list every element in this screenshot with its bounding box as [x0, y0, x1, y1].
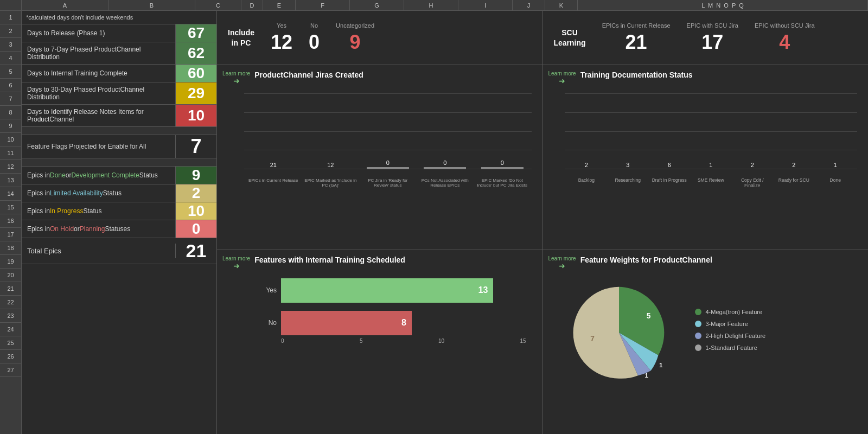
metric-label-days-release: Days to Release (Phase 1)	[22, 24, 176, 42]
yes-value: 12	[271, 31, 292, 54]
legend-item-delight: 2-High Delight Feature	[695, 333, 793, 339]
metric-row-30day: Days to 30-Day Phased ProductChannel Dis…	[22, 82, 216, 105]
metric-row-days-release: Days to Release (Phase 1) 67	[22, 24, 216, 42]
metric-row-epics-la: Epics in Limited Availability Status 2	[22, 184, 216, 202]
col-k-header: K	[545, 0, 578, 10]
training-doc-chart-title: Training Documentation Status	[580, 71, 693, 79]
metric-value-epics-inprogress: 10	[176, 202, 216, 220]
note-text: *calculated days don't include weekends	[22, 11, 216, 24]
epics-current-label: EPICs in Current Release	[602, 22, 671, 29]
training-bar-done: 1	[816, 162, 855, 169]
separator-1	[22, 127, 216, 135]
epic-no-scu-stat: EPIC without SCU Jira 4	[755, 22, 815, 54]
feature-weights-pie-section: 5 1 1 7 4-Mega(tron) Feature	[548, 273, 863, 387]
total-epics-row: Total Epics 21	[22, 238, 216, 264]
total-epics-value: 21	[176, 240, 216, 261]
metric-value-epics-onhold: 0	[176, 220, 216, 238]
epics-current-stat: EPICs in Current Release 21	[602, 22, 671, 54]
metric-label-epics-inprogress: Epics in In Progress Status	[22, 202, 176, 220]
legend-label-delight: 2-High Delight Feature	[706, 333, 766, 339]
separator-2	[22, 158, 216, 167]
training-bar-researching: 3	[609, 162, 647, 169]
epic-no-scu-value: 4	[755, 31, 815, 54]
left-charts-column: Learn more ➜ ProductChannel Jiras Create…	[217, 65, 543, 434]
col-e-header: E	[263, 0, 296, 10]
include-pc-section: Includein PC Yes 12 No 0 Uncategorized 9	[217, 11, 543, 65]
metric-row-epics-done: Epics in Done or Development Complete St…	[22, 167, 216, 184]
learn-more-text-3[interactable]: Learn more	[548, 71, 576, 76]
top-stats-row: Includein PC Yes 12 No 0 Uncategorized 9	[217, 11, 868, 65]
no-stat: No 0	[309, 22, 320, 54]
row-numbers: 1 2 3 4 5 6 7 8 9 10 11 12 13 14 15 16 1…	[0, 11, 22, 434]
x-label-3: PC Jira in 'Ready for Review' status	[361, 178, 414, 188]
epic-scu-stat: EPIC with SCU Jira 17	[687, 22, 738, 54]
internal-training-learn-more[interactable]: Learn more ➜	[222, 256, 250, 270]
metric-value-30day: 29	[176, 82, 216, 104]
right-charts-column: Learn more ➜ Training Documentation Stat…	[543, 65, 869, 434]
right-content: Includein PC Yes 12 No 0 Uncategorized 9	[217, 11, 868, 434]
epics-current-value: 21	[602, 31, 671, 54]
col-rest-header: L M N O P Q	[578, 0, 868, 10]
pc-bar-2: 12	[304, 162, 358, 169]
col-b-header: B	[108, 0, 195, 10]
pc-bar-3: 0	[361, 159, 414, 169]
uncategorized-stat: Uncategorized 9	[336, 22, 374, 54]
metric-value-internal: 60	[176, 65, 216, 82]
include-in-pc-label: Includein PC	[228, 28, 254, 47]
col-d-header: D	[241, 0, 263, 10]
metric-row-feature-flags: Feature Flags Projected for Enable for A…	[22, 135, 216, 158]
left-panel: *calculated days don't include weekends …	[22, 11, 217, 434]
x-label-4: PCs Not Associated with Release EPICs	[419, 178, 472, 188]
pie-label-1a: 1	[659, 361, 662, 368]
training-doc-chart-header: Learn more ➜ Training Documentation Stat…	[548, 71, 863, 85]
metric-row-release-notes: Days to Identify Release Notes Items for…	[22, 105, 216, 127]
pc-jiras-learn-more[interactable]: Learn more ➜	[222, 71, 250, 85]
pie-chart-svg: 5 1 1 7	[559, 278, 679, 381]
metric-value-7day: 62	[176, 42, 216, 64]
metric-value-epics-la: 2	[176, 184, 216, 202]
learn-more-text-4[interactable]: Learn more	[548, 256, 576, 261]
yes-bar-fill: 13	[281, 278, 493, 303]
no-bar-fill: 8	[281, 311, 412, 335]
pc-bar-3-label: 0	[386, 159, 390, 166]
epic-scu-label: EPIC with SCU Jira	[687, 22, 738, 29]
training-bar-chart-area: 2 3 6	[548, 88, 863, 188]
no-bar-value: 8	[401, 318, 406, 328]
training-bar-sme: 1	[692, 162, 730, 169]
feature-weights-learn-more[interactable]: Learn more ➜	[548, 256, 576, 270]
pc-bar-5-label: 0	[501, 159, 504, 166]
metric-row-epics-inprogress: Epics in In Progress Status 10	[22, 202, 216, 220]
legend-item-standard: 1-Standard Feature	[695, 344, 793, 351]
internal-training-chart-header: Learn more ➜ Features with Internal Trai…	[222, 256, 537, 270]
internal-training-chart-panel: Learn more ➜ Features with Internal Trai…	[217, 250, 542, 435]
training-bar-ready-scu: 2	[775, 162, 813, 169]
pie-chart-container: 5 1 1 7	[559, 278, 679, 381]
metric-label-epics-la: Epics in Limited Availability Status	[22, 184, 176, 202]
learn-more-arrow-2: ➜	[233, 261, 240, 270]
x-label-5: EPIC Marked 'Do Not Include' but PC Jira…	[476, 178, 529, 188]
metric-label-release-notes: Days to Identify Release Notes Items for…	[22, 105, 176, 126]
pc-jiras-chart-header: Learn more ➜ ProductChannel Jiras Create…	[222, 71, 537, 85]
pc-bar-4-fill	[424, 167, 466, 169]
metric-label-epics-done: Epics in Done or Development Complete St…	[22, 167, 176, 184]
training-x-labels: Backlog Researching Draft In Progress SM…	[565, 177, 858, 188]
scu-label: SCULearning	[554, 28, 586, 47]
no-bar-container: 8	[281, 311, 526, 335]
legend-dot-standard	[695, 344, 701, 351]
internal-training-chart-title: Features with Internal Training Schedule…	[254, 256, 405, 264]
scu-section: SCULearning EPICs in Current Release 21 …	[543, 11, 869, 65]
legend-dot-delight	[695, 333, 701, 339]
learn-more-text[interactable]: Learn more	[222, 71, 250, 76]
legend-dot-megatron	[695, 309, 701, 315]
metric-row-internal: Days to Internal Training Complete 60	[22, 65, 216, 82]
no-label: No	[309, 22, 320, 29]
pc-bar-5-fill	[481, 167, 524, 169]
feature-weights-chart-title: Feature Weights for ProductChannel	[580, 256, 712, 264]
training-bar-draft: 6	[650, 162, 689, 169]
metric-label-internal: Days to Internal Training Complete	[22, 65, 176, 82]
yes-bar-row-label: Yes	[260, 286, 277, 294]
training-doc-learn-more[interactable]: Learn more ➜	[548, 71, 576, 85]
pie-label-1b: 1	[644, 371, 648, 378]
pc-jiras-bar-chart: 21 12 0	[222, 88, 537, 188]
learn-more-text-2[interactable]: Learn more	[222, 256, 250, 261]
